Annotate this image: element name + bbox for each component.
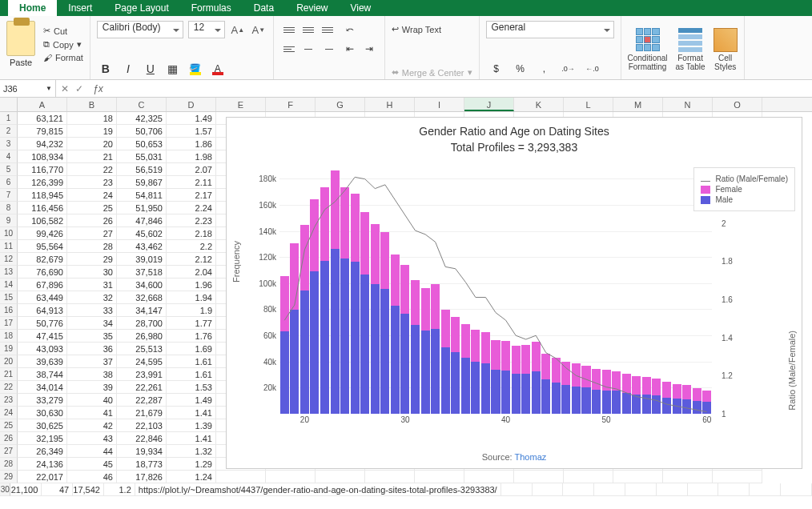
cell[interactable]: 99,426 [18,227,67,240]
cell[interactable]: 2.17 [167,189,216,202]
align-center-button[interactable] [299,40,317,58]
cell[interactable] [501,483,533,496]
tab-formulas[interactable]: Formulas [180,0,243,16]
row-header[interactable]: 18 [0,330,18,343]
column-header[interactable]: N [663,98,713,111]
cell[interactable]: 34 [67,317,117,330]
increase-font-button[interactable]: A▲ [230,22,246,38]
row-header[interactable]: 7 [0,189,18,202]
cell[interactable]: 34,014 [18,381,67,394]
cell[interactable]: 54,811 [117,189,167,202]
cell[interactable]: 22 [67,163,117,176]
cell[interactable]: 35 [67,330,117,343]
column-header[interactable]: O [713,98,762,111]
cell[interactable]: 19 [67,125,117,138]
cell[interactable]: 50,653 [117,138,167,150]
row-header[interactable]: 16 [0,304,18,317]
cell[interactable]: 36 [67,343,117,355]
accept-formula-icon[interactable]: ✓ [75,83,83,94]
cell[interactable]: 33,279 [18,394,67,407]
column-header[interactable]: K [514,98,564,111]
increase-indent-button[interactable]: ⇥ [360,40,378,58]
cell[interactable]: 63,449 [18,291,67,304]
column-header[interactable]: J [464,98,514,111]
row-header[interactable]: 2 [0,125,18,138]
cell[interactable]: 2.04 [167,266,216,279]
cell[interactable]: 17,826 [117,471,167,483]
cell[interactable]: 38,744 [18,368,67,381]
cell[interactable]: 59,867 [117,176,167,189]
cell[interactable]: 45,602 [117,227,167,240]
orientation-button[interactable]: ⤺ [341,21,359,38]
cell[interactable]: 22,261 [117,381,167,394]
row-header[interactable]: 5 [0,163,18,176]
cell[interactable]: 116,456 [18,202,67,214]
cell[interactable]: 43 [67,432,117,445]
row-header[interactable]: 12 [0,253,18,266]
comma-button[interactable]: , [534,60,555,78]
cell[interactable]: 18,773 [117,458,167,471]
align-bottom-button[interactable] [319,21,336,38]
cell[interactable] [415,471,464,483]
align-middle-button[interactable] [299,21,317,38]
cell[interactable]: 1.94 [167,291,216,304]
cell[interactable]: 34,147 [117,304,167,317]
cell[interactable]: 41 [67,407,117,419]
cell[interactable] [750,483,781,496]
copy-button[interactable]: ⧉ Copy ▾ [43,39,83,50]
cell[interactable]: 39,639 [18,355,67,368]
cell[interactable]: 79,815 [18,125,67,138]
row-header[interactable]: 4 [0,150,18,163]
cell[interactable] [781,483,812,496]
row-header[interactable]: 15 [0,291,18,304]
increase-decimal-button[interactable]: .0→ [558,60,579,78]
cell[interactable]: 26,980 [117,330,167,343]
cell[interactable] [625,483,657,496]
column-header[interactable]: I [415,98,464,111]
cell[interactable]: 28 [67,240,117,253]
formula-input[interactable] [103,80,812,97]
tab-data[interactable]: Data [243,0,285,16]
cell[interactable]: 42,325 [117,112,167,125]
cell[interactable] [657,483,688,496]
cell[interactable] [464,471,514,483]
cell[interactable]: 21,679 [117,407,167,419]
align-right-button[interactable] [319,40,336,58]
cell[interactable]: 42 [67,419,117,432]
cell[interactable]: 55,031 [117,150,167,163]
cell[interactable]: 50,706 [117,125,167,138]
cell[interactable]: 1.69 [167,343,216,355]
cell[interactable]: 28,700 [117,317,167,330]
cell[interactable] [564,471,613,483]
tab-home[interactable]: Home [8,0,57,16]
cell[interactable]: 47,415 [18,330,67,343]
cell[interactable]: 108,934 [18,150,67,163]
cell[interactable]: 1.2 [104,483,135,496]
cell[interactable]: 2.07 [167,163,216,176]
cell[interactable]: 32,195 [18,432,67,445]
cell[interactable]: 37,518 [117,266,167,279]
column-header[interactable]: G [316,98,365,111]
row-header[interactable]: 6 [0,176,18,189]
cell[interactable]: 26,349 [18,445,67,458]
cell[interactable]: 27 [67,227,117,240]
cell[interactable] [266,471,316,483]
cell[interactable] [514,471,564,483]
cell[interactable]: 47,846 [117,214,167,227]
column-header[interactable]: D [167,98,216,111]
column-header[interactable]: H [365,98,415,111]
cell[interactable]: 1.41 [167,432,216,445]
cell[interactable]: 94,232 [18,138,67,150]
cell[interactable]: 118,945 [18,189,67,202]
cell[interactable]: 2.12 [167,253,216,266]
format-as-table-button[interactable]: Format as Table [676,28,705,71]
cell[interactable]: 1.57 [167,125,216,138]
cell[interactable]: 1.24 [167,471,216,483]
cell[interactable] [718,483,750,496]
cell[interactable] [613,471,663,483]
cell[interactable]: 38 [67,368,117,381]
cell[interactable]: 64,913 [18,304,67,317]
underline-button[interactable]: U [142,60,159,78]
row-header[interactable]: 13 [0,266,18,279]
cell[interactable]: 1.86 [167,138,216,150]
